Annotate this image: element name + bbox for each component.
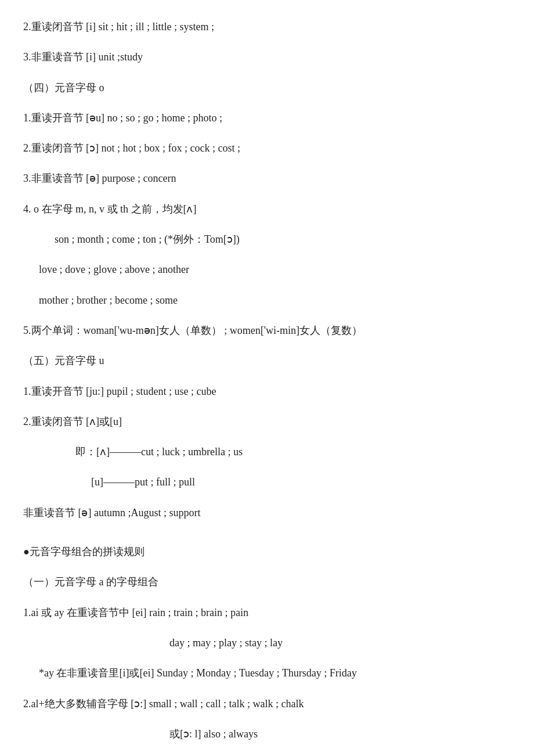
- text-line: [u]———put ; full ; pull: [23, 473, 511, 492]
- text-line: 即：[ʌ]———cut ; luck ; umbrella ; us: [23, 442, 511, 462]
- text-line: son ; month ; come ; ton ; (*例外：Tom[ɔ]): [23, 230, 511, 249]
- text-line: [23, 130, 511, 135]
- text-line: 非重读音节 [ə] autumn ;August ; support: [23, 503, 511, 523]
- text-line: [23, 191, 511, 196]
- text-line: （一）元音字母 a 的字母组合: [23, 573, 511, 592]
- text-line: [23, 251, 511, 257]
- text-line: mother ; brother ; become ; some: [23, 291, 511, 310]
- text-line: [23, 39, 511, 44]
- text-line: 4. o 在字母 m, n, v 或 th 之前，均发[ʌ]: [23, 200, 511, 219]
- text-line: [23, 655, 511, 660]
- text-line: 1.重读开音节 [ju:] pupil ; student ; use ; cu…: [23, 382, 511, 401]
- text-line: [23, 221, 511, 226]
- text-line: [23, 525, 511, 530]
- text-line: [23, 625, 511, 630]
- text-line: 1.重读开音节 [əu] no ; so ; go ; home ; photo…: [23, 109, 511, 128]
- text-line: 2.重读闭音节 [ɔ] not ; hot ; box ; fox ; cock…: [23, 139, 511, 158]
- text-line: [23, 100, 511, 105]
- text-line: [23, 534, 511, 539]
- text-line: [23, 282, 511, 287]
- text-line: [23, 495, 511, 500]
- text-line: [23, 434, 511, 439]
- main-content: 2.重读闭音节 [i] sit ; hit ; ill ; little ; s…: [23, 17, 511, 744]
- text-line: *ay 在非重读音里[i]或[ei] Sunday ; Monday ; Tue…: [23, 664, 511, 683]
- text-line: [23, 595, 511, 600]
- text-line: （五）元音字母 u: [23, 351, 511, 370]
- text-line: [23, 686, 511, 691]
- text-line: love ; dove ; glove ; above ; another: [23, 260, 511, 279]
- text-line: 1.ai 或 ay 在重读音节中 [ei] rain ; train ; bra…: [23, 603, 511, 622]
- text-line: [23, 70, 511, 75]
- text-line: [23, 373, 511, 379]
- text-line: [23, 404, 511, 409]
- text-line: 3.非重读音节 [ə] purpose ; concern: [23, 169, 511, 188]
- text-line: 2.重读闭音节 [i] sit ; hit ; ill ; little ; s…: [23, 17, 511, 37]
- text-line: [23, 716, 511, 721]
- text-line: [23, 464, 511, 469]
- text-line: [23, 343, 511, 348]
- text-line: [23, 312, 511, 318]
- text-line: 2.al+绝大多数辅音字母 [ɔ:] small ; wall ; call ;…: [23, 694, 511, 714]
- text-line: 2.重读闭音节 [ʌ]或[u]: [23, 412, 511, 431]
- text-line: ●元音字母组合的拼读规则: [23, 542, 511, 561]
- text-line: （四）元音字母 o: [23, 78, 511, 98]
- text-line: 或[ɔ: l] also ; always: [23, 725, 511, 744]
- text-line: 5.两个单词：woman['wu-mən]女人（单数） ; women['wi-…: [23, 321, 511, 340]
- text-line: day ; may ; play ; stay ; lay: [23, 633, 511, 653]
- text-line: [23, 564, 511, 569]
- text-line: [23, 160, 511, 165]
- text-line: 3.非重读音节 [i] unit ;study: [23, 48, 511, 67]
